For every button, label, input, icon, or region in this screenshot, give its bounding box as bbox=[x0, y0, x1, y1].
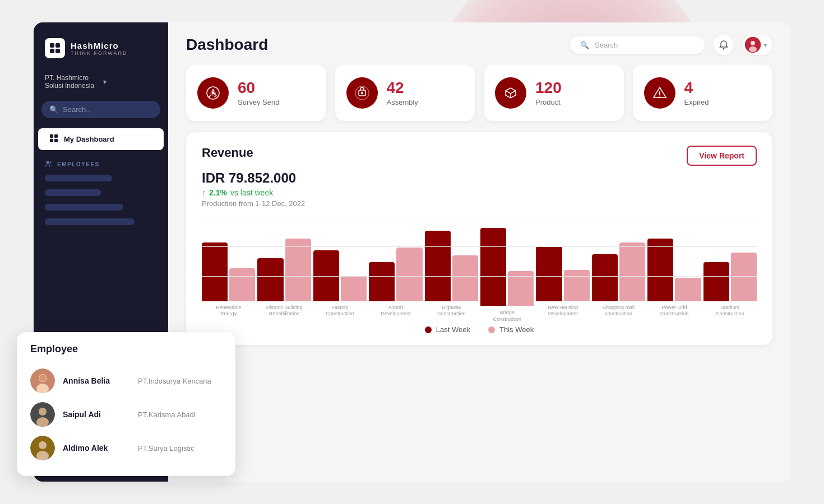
svg-point-19 bbox=[659, 96, 660, 97]
sidebar-placeholder bbox=[45, 204, 123, 211]
bar-group: Shopping mall construction bbox=[592, 228, 645, 318]
change-label: vs last week bbox=[230, 188, 273, 197]
sidebar-placeholder bbox=[45, 218, 135, 225]
sidebar-placeholder-area bbox=[34, 171, 168, 236]
bar-label: Renewable Energy bbox=[216, 305, 241, 318]
bar-light bbox=[452, 255, 478, 301]
employee-panel-title: Employee bbox=[30, 343, 222, 355]
employee-name-aldimo: Aldimo Alek bbox=[63, 444, 130, 452]
svg-rect-3 bbox=[55, 49, 60, 53]
svg-rect-4 bbox=[50, 134, 53, 138]
stat-card-survey: 60 Survey Send bbox=[186, 65, 326, 121]
svg-point-15 bbox=[212, 92, 215, 95]
legend-last-week: Last Week bbox=[425, 325, 470, 334]
sidebar-item-dashboard[interactable]: My Dashboard bbox=[38, 128, 164, 150]
legend-last-week-label: Last Week bbox=[436, 325, 470, 334]
stat-card-expired: 4 Expired bbox=[633, 65, 773, 121]
revenue-header: Revenue View Report bbox=[202, 146, 757, 166]
employee-company-aldimo: PT.Surya Logistic bbox=[138, 444, 194, 452]
notification-button[interactable] bbox=[714, 35, 734, 55]
survey-info: 60 Survey Send bbox=[238, 80, 279, 106]
employee-item: Aldimo Alek PT.Surya Logistic bbox=[30, 431, 222, 465]
view-report-button[interactable]: View Report bbox=[687, 146, 757, 166]
revenue-period: Production from 1-12 Dec, 2022 bbox=[202, 199, 757, 208]
bar-dark bbox=[536, 246, 562, 301]
bar-dark bbox=[703, 262, 729, 301]
header-right: 🔍 bbox=[570, 35, 772, 55]
dashboard-inner: 60 Survey Send 42 bbox=[168, 65, 790, 482]
logo-icon bbox=[45, 38, 65, 58]
legend-dot-light bbox=[488, 326, 495, 333]
employee-panel: Employee Annisa Belia PT.Indosurya Kenca… bbox=[17, 332, 235, 476]
employee-avatar-annisa bbox=[30, 368, 55, 393]
bar-dark bbox=[592, 254, 618, 301]
employees-label: EMPLOYEES bbox=[57, 161, 100, 167]
stat-card-assembly: 42 Assembly bbox=[335, 65, 475, 121]
revenue-title: Revenue bbox=[202, 146, 253, 160]
bar-label: Airport Development bbox=[381, 305, 410, 318]
company-selector[interactable]: PT. Hashmicro Solusi Indonesia ▼ bbox=[34, 69, 168, 94]
revenue-amount: IDR 79.852.000 bbox=[202, 170, 757, 186]
bar-group: Highway Construction bbox=[425, 228, 478, 318]
bar-label: New Housing Development bbox=[548, 305, 578, 318]
employee-name-saipul: Saipul Adi bbox=[63, 410, 130, 419]
revenue-card: Revenue View Report IDR 79.852.000 ↑ 2.1… bbox=[186, 132, 772, 345]
main-content: Dashboard 🔍 bbox=[168, 22, 790, 482]
legend-this-week: This Week bbox=[488, 325, 534, 334]
sidebar-nav: My Dashboard bbox=[34, 125, 168, 153]
bar-label: Power Grid Construction bbox=[660, 305, 689, 318]
bar-light bbox=[229, 268, 255, 301]
bar-label: Bridge Construction bbox=[493, 310, 521, 323]
svg-rect-5 bbox=[54, 134, 58, 138]
product-label: Product bbox=[535, 98, 562, 106]
legend-this-week-label: This Week bbox=[499, 325, 534, 334]
bar-label: Historic Building Rehabilitation bbox=[266, 305, 303, 318]
bar-dark bbox=[425, 231, 451, 301]
bar-group: Bridge Construction bbox=[480, 228, 534, 318]
bar-light bbox=[619, 242, 645, 301]
legend-dot-dark bbox=[425, 326, 432, 333]
bar-group: Stadium Construction bbox=[703, 228, 757, 318]
search-icon: 🔍 bbox=[580, 41, 589, 49]
bar-light bbox=[285, 239, 311, 301]
bar-dark bbox=[480, 228, 506, 306]
sidebar-section-employees: EMPLOYEES bbox=[34, 153, 168, 171]
bar-label: Highway Construction bbox=[437, 305, 466, 318]
sidebar-placeholder bbox=[45, 189, 101, 196]
sidebar-item-label: My Dashboard bbox=[64, 135, 114, 143]
main-header: Dashboard 🔍 bbox=[168, 22, 790, 65]
header-search-input[interactable] bbox=[595, 41, 695, 49]
user-avatar-button[interactable]: ▾ bbox=[743, 35, 772, 55]
product-info: 120 Product bbox=[535, 80, 562, 106]
svg-point-12 bbox=[751, 41, 755, 45]
sidebar-logo: HashMicro THINK FORWARD bbox=[34, 22, 168, 69]
sidebar-search-input[interactable] bbox=[63, 105, 152, 114]
svg-rect-1 bbox=[55, 43, 60, 48]
chart-legend: Last Week This Week bbox=[202, 325, 757, 334]
bar-light bbox=[341, 276, 367, 301]
bar-light bbox=[564, 270, 590, 301]
employee-avatar-aldimo bbox=[30, 436, 55, 460]
product-number: 120 bbox=[535, 80, 562, 96]
assembly-info: 42 Assembly bbox=[387, 80, 418, 106]
employee-item: Annisa Belia PT.Indosurya Kencana bbox=[30, 364, 222, 398]
assembly-number: 42 bbox=[387, 80, 418, 96]
header-search-box[interactable]: 🔍 bbox=[570, 36, 705, 54]
svg-rect-2 bbox=[50, 49, 54, 53]
bar-dark bbox=[647, 239, 673, 301]
svg-point-8 bbox=[47, 161, 49, 164]
svg-rect-6 bbox=[50, 139, 53, 142]
bar-dark bbox=[369, 262, 395, 301]
sidebar-search-box[interactable]: 🔍 bbox=[41, 101, 160, 118]
expired-number: 4 bbox=[684, 80, 709, 96]
grid-line bbox=[202, 217, 757, 217]
svg-point-28 bbox=[39, 441, 47, 449]
stat-cards: 60 Survey Send 42 bbox=[186, 65, 772, 121]
svg-rect-0 bbox=[50, 43, 54, 48]
page-title: Dashboard bbox=[186, 36, 268, 54]
employee-company-saipul: PT.Karisma Abadi bbox=[138, 410, 196, 419]
survey-number: 60 bbox=[238, 80, 279, 96]
up-arrow-icon: ↑ bbox=[202, 188, 206, 197]
svg-point-9 bbox=[49, 161, 52, 164]
employee-item: Saipul Adi PT.Karisma Abadi bbox=[30, 398, 222, 431]
